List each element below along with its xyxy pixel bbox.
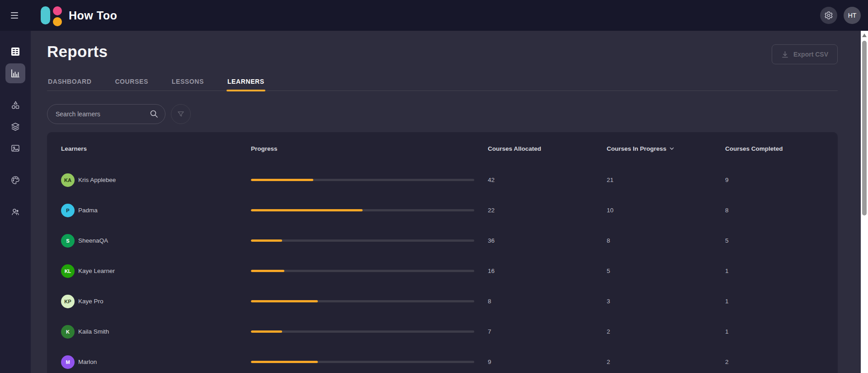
- learner-name: Marlon: [78, 359, 97, 365]
- table-row[interactable]: KP Kaye Pro 8 3 1: [47, 286, 838, 316]
- sidebar-item-themes[interactable]: [5, 170, 25, 190]
- learner-name: Kaye Learner: [78, 268, 115, 274]
- tab-dashboard[interactable]: DASHBOARD: [47, 74, 92, 91]
- column-header-progress[interactable]: Progress: [251, 145, 488, 152]
- filter-button[interactable]: [171, 104, 191, 124]
- sidebar-item-learners[interactable]: [5, 202, 25, 222]
- progress-cell: [251, 270, 488, 272]
- menu-hamburger-icon[interactable]: [11, 7, 28, 24]
- user-avatar[interactable]: HT: [844, 7, 861, 24]
- learner-avatar: P: [61, 204, 75, 217]
- sidebar-item-shapes[interactable]: [5, 95, 25, 115]
- palette-icon: [10, 175, 20, 185]
- main-content: Reports Export CSV DASHBOARD COURSES LES…: [31, 31, 861, 373]
- courses-completed-value: 1: [725, 328, 838, 335]
- table-row[interactable]: S SheenaQA 36 8 5: [47, 225, 838, 256]
- learner-avatar: KP: [61, 295, 75, 308]
- progress-bar-track: [251, 300, 474, 302]
- courses-allocated-value: 42: [488, 177, 607, 183]
- learner-cell: KP Kaye Pro: [61, 295, 251, 308]
- search-input[interactable]: [47, 104, 165, 124]
- courses-in-progress-value: 5: [607, 268, 725, 274]
- sidebar-item-dashboard[interactable]: [5, 42, 25, 62]
- courses-completed-value: 5: [725, 237, 838, 244]
- tab-lessons[interactable]: LESSONS: [171, 74, 205, 91]
- progress-cell: [251, 300, 488, 302]
- progress-bar-fill: [251, 209, 363, 211]
- progress-bar-track: [251, 361, 474, 363]
- report-tabs: DASHBOARD COURSES LESSONS LEARNERS: [47, 74, 838, 91]
- sidebar-item-media[interactable]: [5, 139, 25, 158]
- table-row[interactable]: KA Kris Applebee 42 21 9: [47, 165, 838, 195]
- progress-bar-fill: [251, 179, 313, 181]
- sidebar-item-reports[interactable]: [5, 63, 25, 83]
- column-header-courses-in-progress[interactable]: Courses In Progress: [607, 145, 725, 152]
- learner-avatar: K: [61, 325, 75, 339]
- table-row[interactable]: P Padma 22 10 8: [47, 195, 838, 225]
- courses-completed-value: 8: [725, 207, 838, 214]
- progress-cell: [251, 239, 488, 242]
- column-header-courses-allocated[interactable]: Courses Allocated: [488, 145, 607, 152]
- scrollbar-thumb[interactable]: [862, 41, 867, 215]
- settings-gear-icon[interactable]: [820, 7, 837, 24]
- progress-bar-track: [251, 270, 474, 272]
- learner-name: SheenaQA: [78, 237, 108, 244]
- filter-funnel-icon: [177, 110, 185, 118]
- column-header-learners[interactable]: Learners: [61, 145, 251, 152]
- learner-avatar: KA: [61, 173, 75, 187]
- learner-cell: S SheenaQA: [61, 234, 251, 248]
- dashboard-icon: [11, 47, 20, 56]
- progress-bar-fill: [251, 300, 318, 302]
- table-header-row: Learners Progress Courses Allocated Cour…: [47, 132, 838, 165]
- column-header-label: Courses In Progress: [607, 145, 666, 152]
- logo-mark: [41, 5, 62, 25]
- tab-courses[interactable]: COURSES: [114, 74, 149, 91]
- top-header-bar: How Too HT: [0, 0, 868, 31]
- courses-allocated-value: 9: [488, 359, 607, 365]
- chevron-down-icon: [669, 146, 675, 151]
- learner-avatar: KL: [61, 264, 75, 278]
- learner-name: Kaila Smith: [78, 328, 109, 335]
- topbar-actions: HT: [820, 7, 861, 24]
- progress-cell: [251, 330, 488, 333]
- search-box: [47, 104, 165, 124]
- courses-in-progress-value: 2: [607, 359, 725, 365]
- column-header-courses-completed[interactable]: Courses Completed: [725, 145, 838, 152]
- courses-allocated-value: 36: [488, 237, 607, 244]
- progress-bar-fill: [251, 239, 282, 242]
- progress-bar-fill: [251, 270, 284, 272]
- courses-in-progress-value: 3: [607, 298, 725, 305]
- export-csv-label: Export CSV: [793, 51, 828, 58]
- learner-cell: KA Kris Applebee: [61, 173, 251, 187]
- courses-allocated-value: 16: [488, 268, 607, 274]
- progress-cell: [251, 209, 488, 211]
- table-body: KA Kris Applebee 42 21 9 P Padma 22 10 8…: [47, 165, 838, 373]
- courses-in-progress-value: 21: [607, 177, 725, 183]
- table-row[interactable]: K Kaila Smith 7 2 1: [47, 316, 838, 347]
- sidebar-item-layers[interactable]: [5, 117, 25, 137]
- brand-name: How Too: [69, 9, 117, 22]
- table-row[interactable]: KL Kaye Learner 16 5 1: [47, 256, 838, 286]
- progress-bar-track: [251, 239, 474, 242]
- tab-learners[interactable]: LEARNERS: [226, 74, 265, 91]
- learner-name: Padma: [78, 207, 98, 214]
- learner-name: Kaye Pro: [78, 298, 104, 305]
- learner-cell: KL Kaye Learner: [61, 264, 251, 278]
- logo-pink-dot: [53, 6, 62, 15]
- courses-in-progress-value: 10: [607, 207, 725, 214]
- courses-completed-value: 1: [725, 298, 838, 305]
- table-row[interactable]: M Marlon 9 2 2: [47, 347, 838, 373]
- app-logo[interactable]: How Too: [41, 5, 117, 25]
- learner-avatar: M: [61, 355, 75, 369]
- sidebar-nav: [0, 31, 31, 373]
- learner-avatar: S: [61, 234, 75, 248]
- users-icon: [10, 207, 20, 217]
- progress-bar-track: [251, 330, 474, 333]
- progress-bar-track: [251, 209, 474, 211]
- logo-teal-pill: [41, 6, 50, 24]
- logo-amber-dot: [53, 17, 62, 26]
- vertical-scrollbar[interactable]: [861, 31, 868, 373]
- scrollbar-up-arrow[interactable]: [862, 33, 867, 37]
- export-csv-button[interactable]: Export CSV: [772, 44, 838, 64]
- image-icon: [10, 143, 20, 153]
